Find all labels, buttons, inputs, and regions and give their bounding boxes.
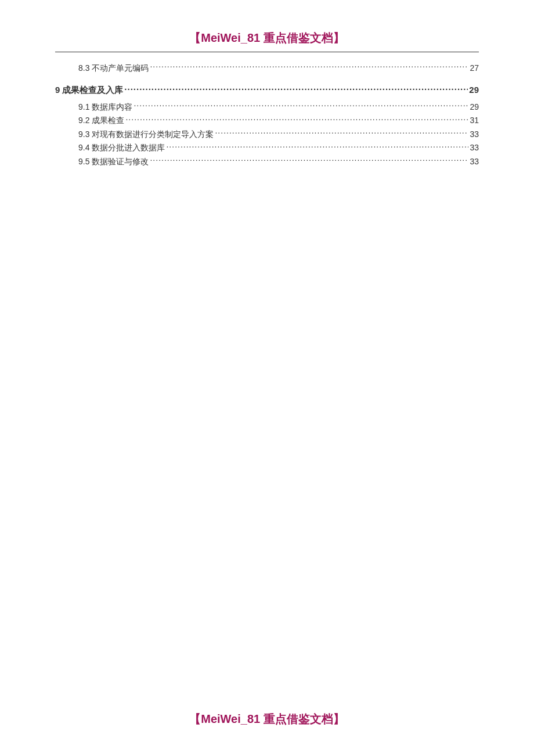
toc-leader-dots (150, 63, 468, 71)
toc-label: 数据库内容 (92, 102, 132, 113)
toc-entry[interactable]: 9.5 数据验证与修改 33 (55, 156, 479, 168)
toc-num: 9.2 (78, 115, 89, 127)
toc-leader-dots (134, 102, 468, 110)
toc-entry[interactable]: 8.3 不动产单元编码 27 (55, 63, 479, 74)
toc-page-num: 29 (469, 84, 479, 96)
toc-num: 9.1 (78, 102, 89, 113)
toc-leader-dots (215, 129, 468, 137)
toc-page-num: 29 (470, 102, 479, 113)
toc-leader-dots (124, 84, 468, 93)
toc-entry[interactable]: 9.4 数据分批进入数据库 33 (55, 142, 479, 154)
toc-num: 9.4 (78, 142, 89, 154)
toc-entry[interactable]: 9.3 对现有数据进行分类制定导入方案 33 (55, 129, 479, 141)
toc-leader-dots (150, 156, 468, 164)
toc-section-entry[interactable]: 9 成果检查及入库 29 (55, 84, 479, 96)
toc-label: 成果检查 (92, 115, 124, 127)
toc-entry[interactable]: 9.1 数据库内容 29 (55, 102, 479, 113)
document-page: 【MeiWei_81 重点借鉴文档】 8.3 不动产单元编码 27 9 成果检查… (0, 0, 534, 168)
toc-leader-dots (125, 115, 468, 123)
toc-label: 成果检查及入库 (62, 84, 123, 96)
toc-label: 数据分批进入数据库 (92, 142, 165, 154)
toc-page-num: 33 (470, 129, 479, 141)
toc-page-num: 27 (470, 63, 479, 74)
toc-page-num: 31 (470, 115, 479, 127)
page-header: 【MeiWei_81 重点借鉴文档】 (55, 30, 479, 52)
toc-label: 不动产单元编码 (92, 63, 149, 74)
table-of-contents: 8.3 不动产单元编码 27 9 成果检查及入库 29 9.1 数据库内容 29… (55, 63, 479, 168)
toc-num: 9 (55, 84, 60, 96)
header-title: 【MeiWei_81 重点借鉴文档】 (189, 31, 344, 44)
toc-page-num: 33 (470, 142, 479, 154)
toc-num: 9.3 (78, 129, 89, 141)
page-footer: 【MeiWei_81 重点借鉴文档】 (0, 711, 534, 727)
toc-num: 8.3 (78, 63, 89, 74)
toc-entry[interactable]: 9.2 成果检查 31 (55, 115, 479, 127)
footer-title: 【MeiWei_81 重点借鉴文档】 (189, 712, 344, 725)
toc-label: 对现有数据进行分类制定导入方案 (92, 129, 214, 141)
toc-label: 数据验证与修改 (92, 156, 149, 168)
toc-page-num: 33 (470, 156, 479, 168)
toc-leader-dots (166, 142, 468, 150)
toc-num: 9.5 (78, 156, 89, 168)
